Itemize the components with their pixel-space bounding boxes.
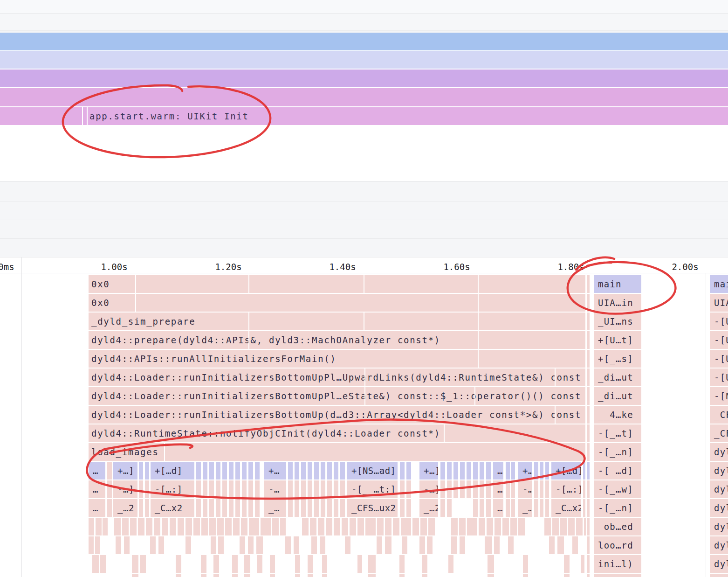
flame-frame[interactable]: dyld4::APIs::runAllInitializersForMain() <box>89 350 585 368</box>
mini-bar[interactable] <box>487 518 493 535</box>
mini-bar[interactable] <box>419 536 425 554</box>
mini-bar[interactable] <box>114 518 121 535</box>
stack-cell[interactable] <box>594 574 641 577</box>
flame-frame[interactable] <box>107 462 112 480</box>
flame-frame[interactable]: … <box>89 480 105 498</box>
flame-frame[interactable] <box>229 499 234 517</box>
flame-frame[interactable] <box>203 462 207 480</box>
flame-frame[interactable]: 0x0 <box>89 275 585 293</box>
stack-cell-far[interactable]: dyl <box>710 462 728 480</box>
mini-bar[interactable] <box>132 574 138 577</box>
flame-frame[interactable]: … <box>89 499 105 517</box>
flame-frame[interactable] <box>506 480 510 498</box>
stack-cell[interactable]: _ob…ed <box>594 518 641 535</box>
flame-frame[interactable] <box>480 499 484 517</box>
flame-frame[interactable] <box>545 462 549 480</box>
mini-bar[interactable] <box>295 574 300 577</box>
flame-frame[interactable] <box>295 499 299 517</box>
flame-frame[interactable] <box>145 499 149 517</box>
flame-frame[interactable] <box>301 480 306 498</box>
stack-cell-far[interactable]: dyl <box>710 480 728 498</box>
mini-bar[interactable] <box>308 574 313 577</box>
mini-bar[interactable] <box>357 518 364 535</box>
flame-frame[interactable] <box>486 462 491 480</box>
stack-cell-far[interactable]: dy <box>710 574 728 577</box>
mini-bar[interactable] <box>103 518 108 535</box>
flame-frame[interactable] <box>486 480 491 498</box>
frame-sliver[interactable] <box>587 313 590 330</box>
flame-frame[interactable] <box>145 462 149 480</box>
mini-bar[interactable] <box>248 536 254 554</box>
flame-frame[interactable] <box>209 480 214 498</box>
mini-bar[interactable] <box>124 536 130 554</box>
mini-bar[interactable] <box>140 555 146 573</box>
flame-frame[interactable]: dyld4::prepare(dyld4::APIs&, dyld3::Mach… <box>89 331 585 349</box>
track-pink[interactable] <box>0 88 728 106</box>
mini-bar[interactable] <box>270 555 275 573</box>
flame-frame[interactable] <box>139 480 143 498</box>
flame-frame[interactable]: dyld4::RuntimeState::notifyObjCInit(dyld… <box>89 424 585 442</box>
flame-frame[interactable] <box>308 462 312 480</box>
mini-bar[interactable] <box>523 574 528 577</box>
mini-bar[interactable] <box>544 518 551 535</box>
mini-bar[interactable] <box>485 536 492 554</box>
mini-bar[interactable] <box>467 518 477 535</box>
flame-frame[interactable]: … <box>493 480 503 498</box>
flame-frame[interactable] <box>222 480 227 498</box>
flame-frame[interactable] <box>440 462 445 480</box>
mini-bar[interactable] <box>510 518 517 535</box>
mini-bar[interactable] <box>232 555 238 573</box>
flame-frame[interactable] <box>139 462 143 480</box>
mini-bar[interactable] <box>345 536 350 554</box>
flame-frame[interactable] <box>467 462 471 480</box>
stack-cell-far[interactable]: _CF <box>710 424 728 442</box>
stack-cell[interactable]: __4…ke <box>594 406 641 424</box>
flame-frame[interactable] <box>473 499 478 517</box>
flame-frame[interactable] <box>545 499 549 517</box>
flame-frame[interactable] <box>583 480 585 498</box>
flame-frame[interactable]: +[…d] <box>151 462 194 480</box>
mini-bar[interactable] <box>572 536 578 554</box>
mini-bar[interactable] <box>244 555 250 573</box>
mini-bar[interactable] <box>256 536 263 554</box>
mini-bar[interactable] <box>549 536 555 554</box>
mini-bar[interactable] <box>401 518 411 535</box>
mini-bar[interactable] <box>494 536 500 554</box>
flame-frame[interactable] <box>480 480 484 498</box>
mini-bar[interactable] <box>130 518 137 535</box>
flame-frame[interactable] <box>473 480 478 498</box>
flame-frame[interactable] <box>255 462 260 480</box>
mini-bar[interactable] <box>146 518 152 535</box>
flame-frame[interactable] <box>534 480 538 498</box>
flame-frame[interactable]: _… <box>264 499 286 517</box>
stack-cell[interactable]: -[_…t] <box>594 424 641 442</box>
mini-bar[interactable] <box>428 518 435 535</box>
stack-cell[interactable]: UIA…in <box>594 294 641 312</box>
flame-frame[interactable]: _…2 <box>419 499 438 517</box>
mini-bar[interactable] <box>412 518 419 535</box>
flame-frame[interactable] <box>511 480 515 498</box>
stack-cell-far[interactable]: -[U <box>710 350 728 368</box>
flame-frame[interactable] <box>406 480 411 498</box>
mini-bar[interactable] <box>368 574 376 577</box>
stack-cell[interactable]: +[_…s] <box>594 350 641 368</box>
frame-sliver[interactable] <box>587 424 590 442</box>
flame-frame[interactable] <box>203 499 207 517</box>
mini-bar[interactable] <box>244 574 250 577</box>
flame-frame[interactable]: -…] <box>113 480 137 498</box>
mini-bar[interactable] <box>122 518 129 535</box>
mini-bar[interactable] <box>162 518 168 535</box>
flame-frame[interactable] <box>235 462 240 480</box>
stack-cell-far[interactable]: _CF <box>710 406 728 424</box>
flame-frame[interactable] <box>235 499 240 517</box>
flame-frame[interactable] <box>314 480 319 498</box>
flame-frame[interactable]: _… <box>518 499 532 517</box>
mini-bar[interactable] <box>564 555 570 573</box>
mini-bar[interactable] <box>116 536 121 554</box>
stack-cell-far[interactable]: dyl <box>710 518 728 535</box>
mini-bar[interactable] <box>334 518 340 535</box>
mini-bar[interactable] <box>170 518 176 535</box>
mini-bar[interactable] <box>95 536 100 554</box>
flame-frame[interactable] <box>107 480 112 498</box>
flame-frame[interactable] <box>327 462 332 480</box>
